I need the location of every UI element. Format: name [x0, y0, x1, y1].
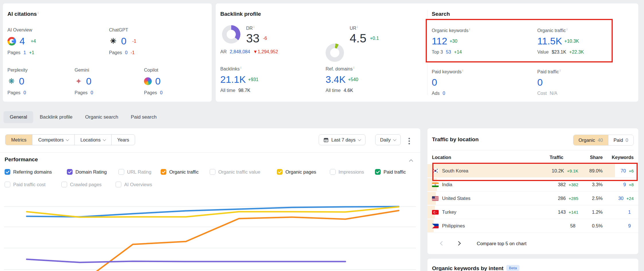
- checkbox-icon: [161, 169, 166, 175]
- metric-checkbox-crawled-pages[interactable]: Crawled pages: [61, 182, 102, 187]
- table-row-india[interactable]: India 382+382 3.3% 9+8: [427, 178, 638, 191]
- tab-organic-search[interactable]: Organic search: [79, 111, 124, 123]
- ref-domains-value[interactable]: 3.4K: [326, 74, 346, 85]
- traffic-change: +141: [569, 210, 578, 215]
- metric-checkbox-organic-traffic-value[interactable]: Organic traffic value: [210, 169, 260, 175]
- filter-segmented-control: Metrics Competitors Locations Years: [5, 134, 135, 145]
- share-value: 1.2%: [578, 209, 603, 215]
- info-icon[interactable]: i: [357, 25, 358, 29]
- info-icon[interactable]: i: [560, 69, 560, 72]
- metric-checkbox-referring-domains[interactable]: Referring domains: [5, 169, 52, 175]
- ai-citation-cell-perplexity: Perplexity ❋ 0 Pages 0: [7, 68, 28, 95]
- table-row-united-states[interactable]: United States 286+285 2.5% 30+24: [427, 191, 638, 205]
- pages-value[interactable]: 0: [125, 50, 128, 55]
- location-name[interactable]: Philippines: [442, 223, 465, 229]
- info-icon[interactable]: i: [38, 11, 38, 15]
- pages-value[interactable]: 1: [24, 50, 26, 55]
- location-name[interactable]: Turkey: [442, 209, 456, 215]
- cost-label: Cost: [537, 91, 547, 96]
- metrics-filter-button[interactable]: Metrics: [5, 134, 32, 145]
- next-page-button[interactable]: [455, 239, 462, 248]
- table-row-philippines[interactable]: Philippines 58 0.5% 9: [427, 219, 638, 233]
- ads-value[interactable]: 0: [443, 91, 445, 96]
- toggle-organic[interactable]: Organic 40: [573, 135, 608, 145]
- keywords-value[interactable]: 30: [618, 196, 623, 201]
- table-row-south-korea[interactable]: South Korea 10.2K+9.1K 89.0% 70+6: [427, 164, 638, 178]
- header-location[interactable]: Location: [432, 155, 532, 160]
- top3-label: Top 3: [432, 50, 443, 54]
- info-icon[interactable]: i: [469, 28, 470, 31]
- paid-keywords-value[interactable]: 0: [432, 77, 437, 88]
- pages-value[interactable]: 0: [91, 90, 93, 95]
- tab-backlink-profile[interactable]: Backlink profile: [33, 111, 79, 123]
- location-name[interactable]: United States: [442, 196, 470, 201]
- ref-domains-change: +540: [348, 77, 358, 82]
- location-name[interactable]: South Korea: [442, 168, 468, 174]
- locations-filter-button[interactable]: Locations: [74, 134, 112, 145]
- backlink-profile-title: Backlink profile: [220, 11, 261, 17]
- ref-domains-label: Ref. domains: [326, 66, 353, 71]
- citations-value[interactable]: 0: [19, 76, 24, 87]
- ar-value[interactable]: 2,848,084: [230, 49, 250, 54]
- ur-value: 4.5: [350, 32, 366, 45]
- value-value: $23.1K: [552, 50, 566, 54]
- competitors-filter-button[interactable]: Competitors: [32, 134, 75, 145]
- dr-value: 33: [246, 32, 260, 45]
- metric-checkbox-paid-traffic-cost[interactable]: Paid traffic cost: [5, 182, 46, 187]
- info-icon[interactable]: i: [567, 28, 567, 31]
- performance-chart[interactable]: [0, 193, 420, 271]
- ar-label: AR: [220, 49, 227, 54]
- pages-value[interactable]: 0: [160, 90, 163, 95]
- info-icon[interactable]: i: [241, 66, 241, 69]
- collapse-section-button[interactable]: [408, 158, 414, 165]
- more-options-button[interactable]: [407, 136, 412, 146]
- ar-change: ▼1,294,952: [253, 49, 278, 54]
- prev-page-button[interactable]: [439, 239, 445, 248]
- backlinks-value[interactable]: 21.1K: [220, 74, 246, 85]
- analytics-dashboard: AI citationsi AI Overview 4 +4 Pages 1 +…: [0, 0, 644, 271]
- tab-general[interactable]: General: [3, 111, 33, 123]
- metric-checkbox-domain-rating[interactable]: Domain Rating: [67, 169, 107, 175]
- keywords-by-intent-card: Organic keywords by intentBeta: [427, 259, 638, 271]
- granularity-button[interactable]: Daily: [375, 134, 401, 145]
- compare-top5-link[interactable]: Compare top 5 on chart: [477, 241, 526, 246]
- table-row-turkey[interactable]: Turkey 143+141 1.2% 1: [427, 205, 638, 219]
- citations-value[interactable]: 4: [20, 36, 25, 47]
- keywords-value[interactable]: 1: [628, 209, 631, 215]
- backlink-search-card: Backlink profile DRi 33 -6 AR 2,848,084 …: [216, 3, 638, 102]
- citations-value[interactable]: 0: [86, 76, 92, 87]
- metric-checkbox-ai-overviews[interactable]: AI Overviews: [116, 182, 152, 187]
- metric-checkbox-impressions[interactable]: Impressions: [330, 169, 364, 175]
- dr-label: DR: [246, 26, 253, 31]
- years-filter-button[interactable]: Years: [111, 134, 135, 145]
- metric-checkbox-url-rating[interactable]: URL Rating: [118, 169, 151, 175]
- metric-checkbox-paid-traffic[interactable]: Paid traffic: [375, 169, 406, 175]
- header-share[interactable]: Share: [578, 155, 603, 160]
- header-keywords[interactable]: Keywords: [603, 155, 634, 160]
- chevron-up-icon: [409, 159, 413, 163]
- info-icon[interactable]: i: [254, 25, 254, 29]
- info-icon[interactable]: i: [353, 66, 354, 69]
- metric-checkbox-organic-pages[interactable]: Organic pages: [277, 169, 316, 175]
- metric-checkbox-organic-traffic[interactable]: Organic traffic: [161, 169, 199, 175]
- ur-change: +0.1: [370, 36, 379, 41]
- header-traffic[interactable]: Traffic: [532, 155, 578, 160]
- info-icon[interactable]: i: [462, 69, 463, 72]
- toggle-paid[interactable]: Paid 0: [608, 135, 633, 145]
- organic-keywords-value[interactable]: 112: [432, 36, 447, 47]
- pages-value[interactable]: 0: [24, 90, 26, 95]
- top3-value[interactable]: 53: [446, 50, 451, 54]
- tab-paid-search[interactable]: Paid search: [124, 111, 163, 123]
- citations-value[interactable]: 0: [121, 36, 127, 47]
- citations-value[interactable]: 0: [155, 76, 161, 87]
- keywords-value[interactable]: 70: [621, 168, 626, 174]
- paid-traffic-value[interactable]: 0: [537, 77, 543, 88]
- share-value: 3.3%: [578, 182, 603, 187]
- keywords-change: +8: [629, 182, 634, 187]
- keywords-value[interactable]: 9: [628, 223, 631, 229]
- location-name[interactable]: India: [442, 182, 452, 187]
- organic-traffic-value[interactable]: 11.5K: [537, 36, 562, 47]
- date-range-button[interactable]: Last 7 days: [319, 134, 365, 145]
- keywords-value[interactable]: 9: [623, 182, 626, 187]
- ai-source-label: Gemini: [75, 68, 93, 73]
